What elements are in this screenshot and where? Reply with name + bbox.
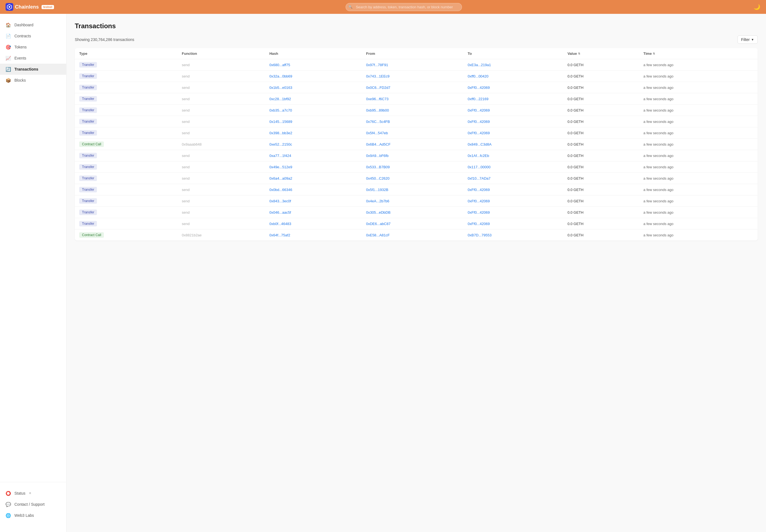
hash-cell[interactable]: 0x0bd...66346: [265, 184, 362, 195]
from-cell[interactable]: 0x5f1...1932B: [362, 184, 463, 195]
to-link[interactable]: 0x1Af...fc2Eb: [468, 154, 489, 158]
from-link[interactable]: 0x97f...78F91: [366, 63, 388, 67]
hash-cell[interactable]: 0x680...aff75: [265, 59, 362, 71]
to-link[interactable]: 0x849...C3d8A: [468, 142, 492, 146]
to-cell[interactable]: 0xFf0...42069: [463, 127, 563, 139]
from-cell[interactable]: 0x6B4...Ad5CF: [362, 139, 463, 150]
hash-cell[interactable]: 0xb35...a7c70: [265, 105, 362, 116]
hash-link[interactable]: 0x843...3ec0f: [269, 199, 291, 203]
hash-link[interactable]: 0x49e...512e9: [269, 165, 292, 169]
sidebar-item-events[interactable]: 📈 Events: [0, 53, 66, 64]
to-link[interactable]: 0xB7D...79553: [468, 233, 492, 237]
hash-link[interactable]: 0xb0f...46483: [269, 222, 291, 226]
hash-link[interactable]: 0x0bd...66346: [269, 188, 292, 192]
to-link[interactable]: 0xFf0...42069: [468, 86, 490, 90]
hash-cell[interactable]: 0x145...15689: [265, 116, 362, 127]
logo[interactable]: Chainlens: [6, 3, 39, 11]
sidebar-item-dashboard[interactable]: 🏠 Dashboard: [0, 19, 66, 30]
sidebar-item-contact[interactable]: 💬 Contact / Support: [0, 499, 66, 510]
to-cell[interactable]: 0xFf0...42069: [463, 195, 563, 207]
from-cell[interactable]: 0xDE6...abC87: [362, 218, 463, 229]
col-value[interactable]: Value ⇅: [563, 48, 639, 59]
from-cell[interactable]: 0x533...B7B09: [362, 161, 463, 173]
to-link[interactable]: 0xFf0...42069: [468, 222, 490, 226]
from-cell[interactable]: 0xe96...f6C73: [362, 93, 463, 105]
from-link[interactable]: 0x305...eDbDB: [366, 210, 391, 215]
filter-button[interactable]: Filter ▼: [737, 35, 758, 44]
hash-cell[interactable]: 0x046...aac5f: [265, 207, 362, 218]
to-link[interactable]: 0xFf0...42069: [468, 108, 490, 112]
from-link[interactable]: 0x533...B7B09: [366, 165, 390, 169]
moon-icon[interactable]: 🌙: [754, 4, 760, 10]
search-input[interactable]: [345, 3, 462, 11]
to-link[interactable]: 0xff0...00420: [468, 74, 489, 78]
to-link[interactable]: 0xff0...22169: [468, 97, 489, 101]
to-link[interactable]: 0xf10...7ADa7: [468, 176, 491, 180]
from-cell[interactable]: 0x305...eDbDB: [362, 207, 463, 218]
hash-link[interactable]: 0xb35...a7c70: [269, 108, 292, 112]
to-cell[interactable]: 0xf10...7ADa7: [463, 173, 563, 184]
from-cell[interactable]: 0x743...1EEc9: [362, 71, 463, 82]
from-link[interactable]: 0x76C...5c4FB: [366, 120, 390, 124]
from-cell[interactable]: 0x76C...5c4FB: [362, 116, 463, 127]
to-cell[interactable]: 0xFf0...42069: [463, 116, 563, 127]
hash-link[interactable]: 0x046...aac5f: [269, 210, 291, 215]
to-link[interactable]: 0xFf0...42069: [468, 188, 490, 192]
from-link[interactable]: 0xb95...89b00: [366, 108, 389, 112]
hash-link[interactable]: 0x680...aff75: [269, 63, 290, 67]
to-cell[interactable]: 0x117...00000: [463, 161, 563, 173]
hash-link[interactable]: 0x32a...0bb69: [269, 74, 292, 78]
hash-link[interactable]: 0x398...bb3e2: [269, 131, 292, 135]
hash-cell[interactable]: 0x49e...512e9: [265, 161, 362, 173]
from-link[interactable]: 0x5f4...547eb: [366, 131, 388, 135]
to-link[interactable]: 0x117...00000: [468, 165, 491, 169]
sidebar-item-web3labs[interactable]: 🌐 Web3 Labs: [0, 510, 66, 521]
to-link[interactable]: 0xFf0...42069: [468, 199, 490, 203]
to-cell[interactable]: 0xff0...00420: [463, 71, 563, 82]
to-cell[interactable]: 0xFf0...42069: [463, 218, 563, 229]
to-cell[interactable]: 0xB7D...79553: [463, 229, 563, 241]
from-link[interactable]: 0x743...1EEc9: [366, 74, 390, 78]
to-link[interactable]: 0xE3a...219a1: [468, 63, 491, 67]
from-link[interactable]: 0x4eA...2b7b6: [366, 199, 390, 203]
hash-cell[interactable]: 0x64f...75af2: [265, 229, 362, 241]
to-cell[interactable]: 0xFf0...42069: [463, 82, 563, 93]
to-cell[interactable]: 0xff0...22169: [463, 93, 563, 105]
from-cell[interactable]: 0x450...C2620: [362, 173, 463, 184]
hash-cell[interactable]: 0x843...3ec0f: [265, 195, 362, 207]
to-cell[interactable]: 0xFf0...42069: [463, 105, 563, 116]
from-cell[interactable]: 0x5f4...547eb: [362, 127, 463, 139]
hash-link[interactable]: 0x64f...75af2: [269, 233, 290, 237]
hash-cell[interactable]: 0x398...bb3e2: [265, 127, 362, 139]
from-cell[interactable]: 0x97f...78F91: [362, 59, 463, 71]
to-cell[interactable]: 0xFf0...42069: [463, 184, 563, 195]
sidebar-item-tokens[interactable]: 🎯 Tokens: [0, 42, 66, 53]
from-link[interactable]: 0x5f1...1932B: [366, 188, 388, 192]
sidebar-item-contracts[interactable]: 📄 Contracts: [0, 30, 66, 42]
from-link[interactable]: 0xDE6...abC87: [366, 222, 391, 226]
hash-link[interactable]: 0xc28...1bf92: [269, 97, 291, 101]
hash-cell[interactable]: 0xe52...2150c: [265, 139, 362, 150]
from-link[interactable]: 0x0C6...FD2d7: [366, 86, 390, 90]
from-link[interactable]: 0xE58...A81cF: [366, 233, 390, 237]
to-link[interactable]: 0xFf0...42069: [468, 120, 490, 124]
sidebar-item-transactions[interactable]: 🔄 Transactions: [0, 64, 66, 75]
hash-link[interactable]: 0x6a4...a09a2: [269, 176, 292, 180]
from-link[interactable]: 0x450...C2620: [366, 176, 390, 180]
sidebar-item-status[interactable]: ⭕ Status R: [0, 488, 66, 499]
hash-cell[interactable]: 0xc28...1bf92: [265, 93, 362, 105]
hash-link[interactable]: 0x145...15689: [269, 120, 292, 124]
from-link[interactable]: 0x6B4...Ad5CF: [366, 142, 391, 146]
hash-cell[interactable]: 0xb0f...46483: [265, 218, 362, 229]
hash-link[interactable]: 0x1b5...e0163: [269, 86, 292, 90]
from-cell[interactable]: 0x4eA...2b7b6: [362, 195, 463, 207]
col-time[interactable]: Time ⇅: [639, 48, 758, 59]
to-link[interactable]: 0xFf0...42069: [468, 131, 490, 135]
from-link[interactable]: 0xe96...f6C73: [366, 97, 389, 101]
to-cell[interactable]: 0x1Af...fc2Eb: [463, 150, 563, 161]
hash-link[interactable]: 0xe52...2150c: [269, 142, 292, 146]
hash-cell[interactable]: 0xa77...1f424: [265, 150, 362, 161]
hash-cell[interactable]: 0x32a...0bb69: [265, 71, 362, 82]
to-link[interactable]: 0xFf0...42069: [468, 210, 490, 215]
hash-cell[interactable]: 0x6a4...a09a2: [265, 173, 362, 184]
